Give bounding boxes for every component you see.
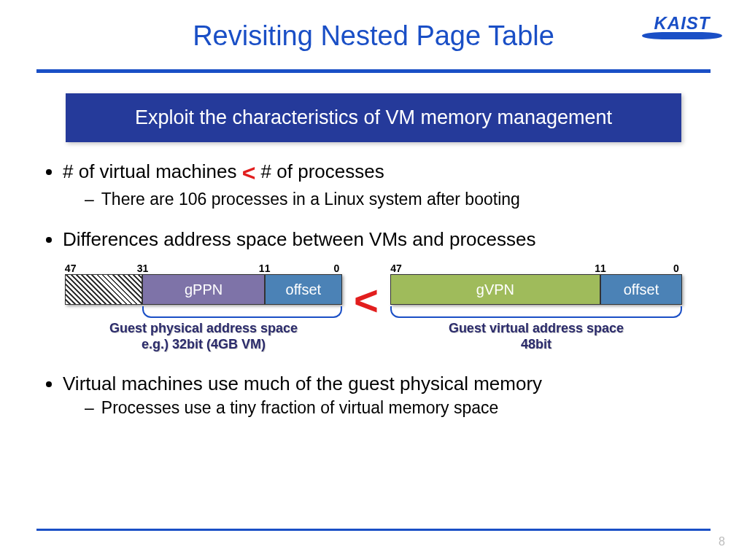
right-caption-l2: 48bit (521, 337, 551, 351)
bit-47: 47 (390, 262, 402, 274)
banner: Exploit the characteristics of VM memory… (66, 93, 681, 142)
bit-0: 0 (334, 262, 340, 274)
address-diagram: 47 31 11 0 gPPN offset Guest physical ad… (36, 262, 711, 352)
left-caption: Guest physical address space e.g.) 32bit… (109, 321, 298, 352)
right-caption: Guest virtual address space 48bit (449, 321, 624, 352)
bullet-list-2: Virtual machines use much of the guest p… (36, 373, 711, 418)
bullet-2: Differences address space between VMs an… (63, 228, 711, 251)
less-than-icon: < (242, 160, 256, 186)
compare-less-than-icon: < (351, 279, 382, 322)
bit-11: 11 (259, 262, 271, 274)
left-caption-l1: Guest physical address space (109, 321, 298, 335)
right-bit-labels: 47 11 0 (390, 262, 682, 274)
slide-title: Revisiting Nested Page Table (36, 20, 711, 52)
left-bracket-icon (142, 306, 342, 318)
sublist-1: There are 106 processes in a Linux syste… (63, 190, 711, 209)
title-divider (36, 69, 711, 73)
sub-3: Processes use a tiny fraction of virtual… (85, 398, 711, 418)
right-bracket-icon (390, 306, 682, 318)
left-seg-hatched (65, 274, 142, 305)
bullet-1-pre: # of virtual machines (63, 160, 242, 182)
right-caption-l1: Guest virtual address space (449, 321, 624, 335)
left-seg-gppn: gPPN (142, 274, 264, 305)
sub-1: There are 106 processes in a Linux syste… (85, 190, 711, 209)
bullet-list: # of virtual machines < # of processes T… (36, 160, 711, 251)
footer-divider (36, 529, 711, 531)
bullet-3-text: Virtual machines use much of the guest p… (63, 373, 542, 394)
page-number: 8 (719, 535, 725, 548)
bullet-1: # of virtual machines < # of processes T… (63, 160, 711, 209)
sublist-3: Processes use a tiny fraction of virtual… (63, 398, 711, 418)
bullet-1-post: # of processes (255, 160, 384, 182)
bit-11: 11 (595, 262, 606, 274)
left-seg-offset: offset (265, 274, 342, 305)
right-seg-gvpn: gVPN (390, 274, 600, 305)
left-caption-l2: e.g.) 32bit (4GB VM) (142, 337, 266, 351)
logo-swoosh-icon (642, 32, 722, 39)
logo-text: KAIST (654, 13, 711, 34)
bit-47: 47 (65, 262, 77, 274)
bit-31: 31 (137, 262, 149, 274)
guest-virtual-block: 47 11 0 gVPN offset Guest virtual addres… (390, 262, 682, 352)
kaist-logo: KAIST (642, 13, 722, 39)
right-seg-offset: offset (600, 274, 682, 305)
left-addr-bar: gPPN offset (65, 274, 342, 305)
guest-physical-block: 47 31 11 0 gPPN offset Guest physical ad… (65, 262, 342, 352)
right-addr-bar: gVPN offset (390, 274, 682, 305)
slide: KAIST Revisiting Nested Page Table Explo… (0, 0, 747, 560)
left-bit-labels: 47 31 11 0 (65, 262, 342, 274)
bullet-3: Virtual machines use much of the guest p… (63, 373, 711, 418)
bit-0: 0 (673, 262, 679, 274)
